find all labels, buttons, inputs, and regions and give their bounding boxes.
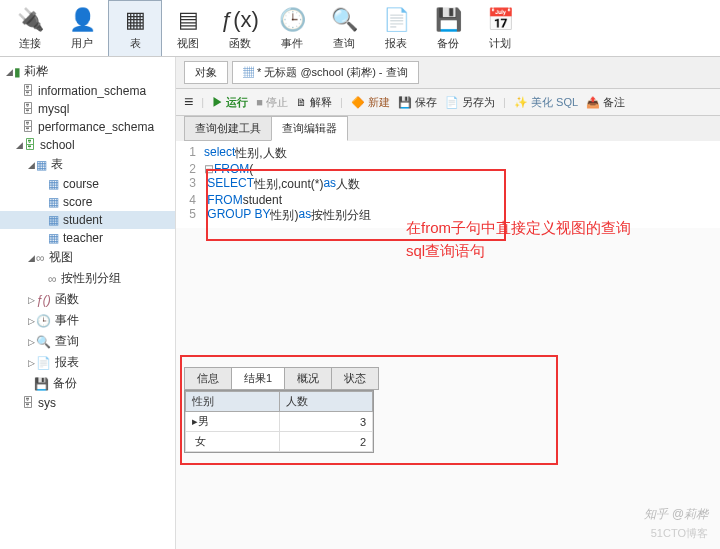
tree-root[interactable]: ◢▮ 莉桦 xyxy=(0,61,175,82)
toolbar-icon: 🕒 xyxy=(278,6,306,34)
toolbar-label: 查询 xyxy=(333,36,355,51)
tab-status[interactable]: 状态 xyxy=(331,367,379,390)
tree-fn[interactable]: ▷ƒ()函数 xyxy=(0,289,175,310)
menu-icon[interactable]: ≡ xyxy=(184,93,193,111)
toolbar-备份[interactable]: 💾备份 xyxy=(422,0,474,56)
toolbar-icon: ▤ xyxy=(174,6,202,34)
stop-button[interactable]: ■ 停止 xyxy=(256,95,288,110)
toolbar-连接[interactable]: 🔌连接 xyxy=(4,0,56,56)
toolbar-视图[interactable]: ▤视图 xyxy=(162,0,214,56)
tree-tables[interactable]: ◢▦表 xyxy=(0,154,175,175)
new-button[interactable]: 🔶 新建 xyxy=(351,95,390,110)
toolbar-icon: 💾 xyxy=(434,6,462,34)
result-grid[interactable]: 性别人数 ▸男3 女2 xyxy=(184,390,374,453)
tree-view[interactable]: ∞按性别分组 xyxy=(0,268,175,289)
toolbar-icon: 🔌 xyxy=(16,6,44,34)
toolbar-计划[interactable]: 📅计划 xyxy=(474,0,526,56)
toolbar-label: 事件 xyxy=(281,36,303,51)
toolbar-icon: ƒ(x) xyxy=(226,6,254,34)
tab-editor[interactable]: 查询编辑器 xyxy=(271,116,348,141)
save-button[interactable]: 💾 保存 xyxy=(398,95,437,110)
tree-table[interactable]: ▦teacher xyxy=(0,229,175,247)
tab-builder[interactable]: 查询创建工具 xyxy=(184,116,272,141)
tab-info[interactable]: 信息 xyxy=(184,367,232,390)
toolbar-icon: 👤 xyxy=(68,6,96,34)
main-toolbar: 🔌连接👤用户▦表▤视图ƒ(x)函数🕒事件🔍查询📄报表💾备份📅计划 xyxy=(0,0,720,57)
tree-db-school[interactable]: ◢🗄school xyxy=(0,136,175,154)
toolbar-label: 报表 xyxy=(385,36,407,51)
toolbar-icon: 🔍 xyxy=(330,6,358,34)
toolbar-label: 备份 xyxy=(437,36,459,51)
toolbar-函数[interactable]: ƒ(x)函数 xyxy=(214,0,266,56)
toolbar-label: 连接 xyxy=(19,36,41,51)
toolbar-label: 视图 xyxy=(177,36,199,51)
toolbar-icon: 📅 xyxy=(486,6,514,34)
toolbar-表[interactable]: ▦表 xyxy=(108,0,162,56)
tree-views[interactable]: ◢∞视图 xyxy=(0,247,175,268)
beautify-button[interactable]: ✨ 美化 SQL xyxy=(514,95,578,110)
tab-object[interactable]: 对象 xyxy=(184,61,228,84)
saveas-button[interactable]: 📄 另存为 xyxy=(445,95,495,110)
tree-bk[interactable]: 💾备份 xyxy=(0,373,175,394)
toolbar-label: 函数 xyxy=(229,36,251,51)
editor-tabs: 查询创建工具 查询编辑器 xyxy=(176,116,720,141)
run-button[interactable]: ▶ 运行 xyxy=(212,95,248,110)
tab-profile[interactable]: 概况 xyxy=(284,367,332,390)
sql-editor[interactable]: 1select 性别,人数 2⊟FROM ( 3 SELECT 性别,count… xyxy=(176,141,720,228)
toolbar-报表[interactable]: 📄报表 xyxy=(370,0,422,56)
explain-button[interactable]: 🗎 解释 xyxy=(296,95,332,110)
toolbar-icon: 📄 xyxy=(382,6,410,34)
tree-table-student[interactable]: ▦student xyxy=(0,211,175,229)
toolbar-label: 计划 xyxy=(489,36,511,51)
tree-table[interactable]: ▦course xyxy=(0,175,175,193)
tree-db[interactable]: 🗄sys xyxy=(0,394,175,412)
watermark-51cto: 51CTO博客 xyxy=(651,526,708,541)
document-tabs: 对象 ▦ * 无标题 @school (莉桦) - 查询 xyxy=(176,57,720,89)
tree-ev[interactable]: ▷🕒事件 xyxy=(0,310,175,331)
tab-query[interactable]: ▦ * 无标题 @school (莉桦) - 查询 xyxy=(232,61,419,84)
tree-db[interactable]: 🗄information_schema xyxy=(0,82,175,100)
tree-qr[interactable]: ▷🔍查询 xyxy=(0,331,175,352)
result-tabs: 信息 结果1 概况 状态 xyxy=(184,367,566,390)
watermark-zhihu: 知乎 @莉桦 xyxy=(644,506,708,523)
toolbar-label: 用户 xyxy=(71,36,93,51)
export-button[interactable]: 📤 备注 xyxy=(586,95,625,110)
toolbar-icon: ▦ xyxy=(121,6,149,34)
tree-rp[interactable]: ▷📄报表 xyxy=(0,352,175,373)
toolbar-label: 表 xyxy=(130,36,141,51)
annotation-text: 在from子句中直接定义视图的查询sql查询语句 xyxy=(406,217,646,262)
toolbar-事件[interactable]: 🕒事件 xyxy=(266,0,318,56)
tree-table[interactable]: ▦score xyxy=(0,193,175,211)
toolbar-查询[interactable]: 🔍查询 xyxy=(318,0,370,56)
action-bar: ≡ | ▶ 运行 ■ 停止 🗎 解释 | 🔶 新建 💾 保存 📄 另存为 | ✨… xyxy=(176,89,720,116)
tab-result1[interactable]: 结果1 xyxy=(231,367,285,390)
db-tree: ◢▮ 莉桦 🗄information_schema 🗄mysql 🗄perfor… xyxy=(0,57,176,549)
tree-db[interactable]: 🗄mysql xyxy=(0,100,175,118)
content-area: 对象 ▦ * 无标题 @school (莉桦) - 查询 ≡ | ▶ 运行 ■ … xyxy=(176,57,720,549)
toolbar-用户[interactable]: 👤用户 xyxy=(56,0,108,56)
tree-db[interactable]: 🗄performance_schema xyxy=(0,118,175,136)
